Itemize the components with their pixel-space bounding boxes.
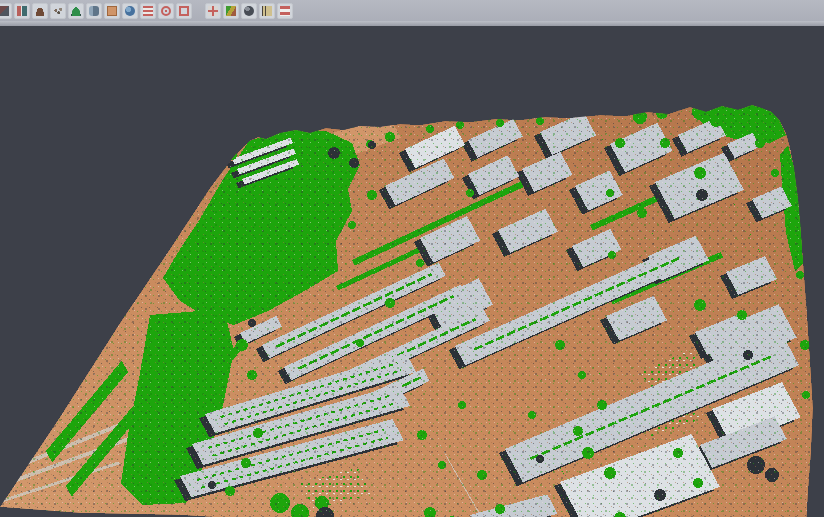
layer-list-icon <box>143 6 153 16</box>
toolbar-button-pick-target[interactable] <box>158 3 174 19</box>
profile-tool-icon <box>89 6 99 16</box>
merge-classes-icon <box>17 6 27 16</box>
viewport-3d[interactable] <box>0 26 824 517</box>
vegetation-class-icon <box>71 6 81 16</box>
classification-colors-icon <box>226 6 236 16</box>
toolbar <box>0 0 824 21</box>
open-file-icon <box>0 6 9 16</box>
globe-view-icon <box>125 6 135 16</box>
zoom-extent-icon <box>179 6 189 16</box>
toolbar-button-terrain-model[interactable] <box>32 3 48 19</box>
toolbar-button-layer-list[interactable] <box>140 3 156 19</box>
toolbar-button-merge-classes[interactable] <box>14 3 30 19</box>
toolbar-button-globe-view[interactable] <box>122 3 138 19</box>
toolbar-button-open-file[interactable] <box>0 3 12 19</box>
point-cloud-icon <box>53 6 63 16</box>
toolbar-button-point-cloud[interactable] <box>50 3 66 19</box>
toolbar-button-render-sphere[interactable] <box>241 3 257 19</box>
orthophoto-icon <box>107 6 117 16</box>
toolbar-button-class-table[interactable] <box>277 3 293 19</box>
app-window: { "window": { "background": "#3d4049" },… <box>0 0 824 517</box>
class-table-icon <box>280 6 290 16</box>
toolbar-button-vegetation-class[interactable] <box>68 3 84 19</box>
annotations-icon <box>262 6 272 16</box>
render-sphere-icon <box>244 6 254 16</box>
toolbar-button-profile-tool[interactable] <box>86 3 102 19</box>
point-cloud-scene <box>0 26 824 517</box>
grid-markers-icon <box>208 6 218 16</box>
toolbar-separator <box>0 21 824 26</box>
terrain-model-icon <box>35 6 45 16</box>
pick-target-icon <box>161 6 171 16</box>
toolbar-button-classification-colors[interactable] <box>223 3 239 19</box>
toolbar-button-orthophoto[interactable] <box>104 3 120 19</box>
toolbar-button-annotations[interactable] <box>259 3 275 19</box>
toolbar-button-grid-markers[interactable] <box>205 3 221 19</box>
toolbar-button-zoom-extent[interactable] <box>176 3 192 19</box>
